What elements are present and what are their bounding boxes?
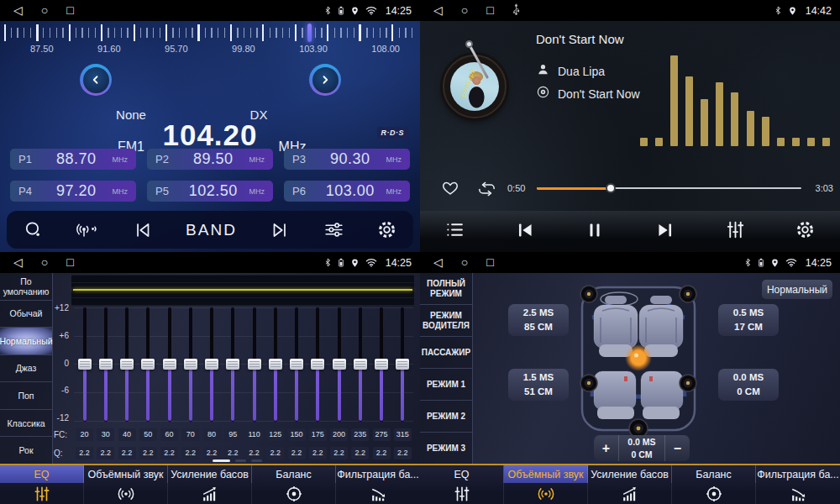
fc-value[interactable]: 80	[203, 428, 221, 441]
eq-band-slider[interactable]	[180, 307, 201, 422]
favorite-heart-icon[interactable]	[440, 179, 460, 201]
eq-band-slider[interactable]	[117, 307, 138, 422]
eq-preset-item[interactable]: Рок	[0, 437, 52, 464]
fc-value[interactable]: 95	[224, 428, 242, 441]
home-icon[interactable]: ○	[461, 252, 468, 273]
tab-eq[interactable]: EQ	[0, 465, 84, 504]
fc-value[interactable]: 175	[309, 428, 327, 441]
eq-band-slider[interactable]	[349, 307, 370, 422]
settings-gear-icon[interactable]	[376, 219, 397, 240]
delay-increase-button[interactable]: +	[594, 435, 619, 461]
q-value[interactable]: 2.2	[330, 447, 348, 459]
slider-handle[interactable]	[375, 359, 388, 370]
listening-mode-item[interactable]: РЕЖИМ 3	[420, 433, 472, 464]
preset-button[interactable]: P4 97.20 MHz	[10, 181, 136, 202]
eq-band-slider[interactable]	[223, 307, 244, 422]
tune-down-button[interactable]	[80, 64, 112, 96]
pause-icon[interactable]	[585, 219, 605, 244]
slider-handle[interactable]	[78, 359, 92, 370]
slider-handle[interactable]	[141, 359, 155, 370]
q-value[interactable]: 2.2	[181, 447, 199, 459]
listening-mode-item[interactable]: ПОЛНЫЙ РЕЖИМ	[420, 273, 472, 305]
eq-preset-item[interactable]: По умолчанию	[0, 273, 52, 301]
stereo-broadcast-icon[interactable]	[76, 220, 99, 240]
progress-knob[interactable]	[606, 183, 616, 193]
listening-mode-item[interactable]: РЕЖИМ 2	[420, 401, 472, 433]
playlist-icon[interactable]	[444, 219, 465, 244]
rear-right-delay[interactable]: 0.0 MS0 CM	[718, 369, 779, 401]
listening-mode-item[interactable]: РЕЖИМ 1	[420, 369, 472, 401]
delay-decrease-button[interactable]: −	[664, 435, 690, 461]
back-icon[interactable]: ◁	[433, 0, 443, 21]
q-value[interactable]: 2.2	[245, 447, 263, 459]
preset-button[interactable]: P3 90.30 MHz	[284, 149, 410, 170]
slider-handle[interactable]	[354, 359, 367, 370]
eq-band-slider[interactable]	[202, 307, 223, 422]
q-value[interactable]: 2.2	[118, 447, 136, 459]
q-value[interactable]: 2.2	[288, 447, 306, 459]
tab-bass-boost[interactable]: Усиление басов	[168, 465, 252, 504]
slider-handle[interactable]	[226, 359, 239, 370]
recents-icon[interactable]: □	[486, 0, 493, 21]
q-value[interactable]: 2.2	[139, 447, 157, 459]
fc-value[interactable]: 150	[288, 428, 306, 441]
recents-icon[interactable]: □	[66, 0, 73, 21]
eq-band-slider[interactable]	[286, 307, 307, 422]
rear-left-delay[interactable]: 1.5 MS51 CM	[508, 369, 569, 401]
tab-balance[interactable]: Баланс	[672, 465, 756, 504]
slider-handle[interactable]	[269, 359, 282, 370]
fc-value[interactable]: 60	[160, 428, 178, 441]
eq-preset-item[interactable]: Поп	[0, 382, 52, 410]
progress-track[interactable]	[537, 187, 801, 189]
listening-mode-item[interactable]: РЕЖИМ ВОДИТЕЛЯ	[420, 305, 472, 337]
slider-handle[interactable]	[163, 359, 176, 370]
equalizer-sliders-icon[interactable]	[725, 219, 746, 244]
album-art-vinyl[interactable]: DuaLipa	[443, 55, 507, 118]
tab-balance[interactable]: Баланс	[252, 465, 336, 504]
listening-mode-item[interactable]: ПАССАЖИР	[420, 337, 472, 369]
back-icon[interactable]: ◁	[13, 252, 23, 273]
back-icon[interactable]: ◁	[433, 252, 443, 273]
home-icon[interactable]: ○	[41, 0, 48, 21]
slider-handle[interactable]	[290, 359, 303, 370]
slider-handle[interactable]	[99, 359, 113, 370]
fc-value[interactable]: 275	[373, 428, 391, 441]
eq-band-slider[interactable]	[95, 307, 116, 422]
scan-search-icon[interactable]	[23, 219, 44, 240]
fc-value[interactable]: 30	[97, 428, 114, 441]
repeat-icon[interactable]	[475, 181, 498, 201]
band-button[interactable]: BAND	[186, 221, 237, 239]
tab-bass-boost[interactable]: Усиление басов	[588, 465, 672, 504]
sound-profile-button[interactable]: Нормальный	[762, 280, 832, 299]
tab-surround[interactable]: Объёмный звук	[504, 465, 588, 504]
fc-value[interactable]: 70	[181, 428, 199, 441]
back-icon[interactable]: ◁	[13, 0, 23, 21]
home-icon[interactable]: ○	[41, 252, 48, 273]
recents-icon[interactable]: □	[486, 252, 493, 273]
front-left-delay[interactable]: 2.5 MS85 CM	[508, 304, 569, 336]
slider-handle[interactable]	[120, 359, 134, 370]
q-value[interactable]: 2.2	[309, 447, 327, 459]
slider-handle[interactable]	[311, 359, 324, 370]
q-value[interactable]: 2.2	[351, 447, 369, 459]
tab-filter[interactable]: Фильтрация ба...	[756, 465, 840, 504]
tab-filter[interactable]: Фильтрация ба...	[336, 465, 420, 504]
eq-preset-item[interactable]: Классика	[0, 410, 52, 438]
fc-value[interactable]: 40	[118, 428, 136, 441]
eq-preset-item[interactable]: Нормальный	[0, 328, 52, 355]
preset-button[interactable]: P6 103.00 MHz	[284, 181, 410, 202]
recents-icon[interactable]: □	[66, 252, 73, 273]
fc-value[interactable]: 200	[330, 428, 348, 441]
preset-button[interactable]: P1 88.70 MHz	[10, 149, 136, 170]
eq-preset-item[interactable]: Обычай	[0, 301, 52, 328]
fc-value[interactable]: 50	[139, 428, 157, 441]
preset-button[interactable]: P2 89.50 MHz	[147, 149, 273, 170]
eq-band-slider[interactable]	[244, 307, 265, 422]
slider-handle[interactable]	[184, 359, 197, 370]
tab-eq[interactable]: EQ	[420, 465, 504, 504]
q-value[interactable]: 2.2	[160, 447, 178, 459]
q-value[interactable]: 2.2	[76, 447, 93, 459]
eq-band-slider[interactable]	[74, 307, 95, 422]
next-track-icon[interactable]	[654, 219, 676, 244]
q-value[interactable]: 2.2	[224, 447, 242, 459]
